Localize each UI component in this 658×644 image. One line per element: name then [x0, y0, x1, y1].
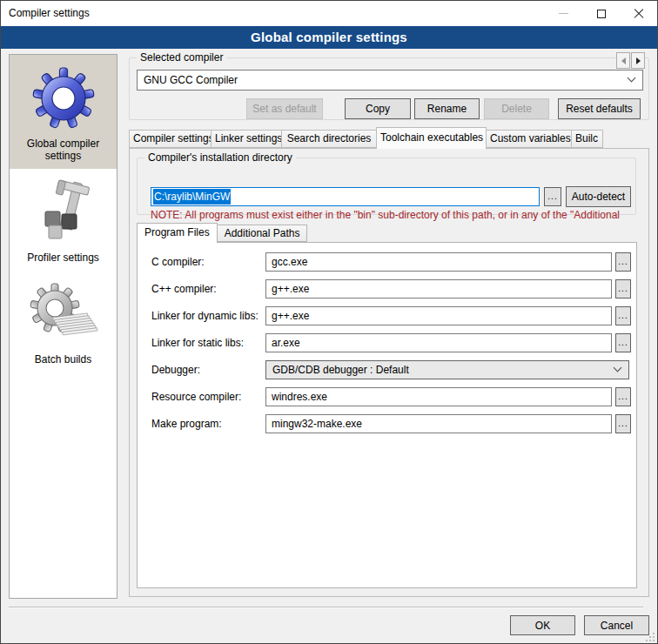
settings-category-list: Global compiler settings Profiler settin…	[9, 54, 118, 599]
linker-dynamic-label: Linker for dynamic libs:	[151, 306, 258, 325]
cpp-compiler-browse-button[interactable]: ...	[615, 279, 631, 299]
cpp-compiler-label: C++ compiler:	[151, 279, 217, 299]
page-title: Global compiler settings	[1, 26, 657, 49]
compiler-settings-dialog: Compiler settings Global compiler settin…	[0, 0, 658, 644]
maximize-icon	[597, 10, 606, 18]
cpp-compiler-input[interactable]	[265, 279, 612, 299]
close-button[interactable]	[620, 1, 657, 26]
tab-scroll-left-button[interactable]	[616, 52, 630, 69]
blue-gear-icon	[28, 63, 99, 134]
field-row-linker-static: Linker for static libs: ...	[138, 333, 636, 352]
title-bar[interactable]: Compiler settings	[1, 1, 657, 26]
sidebar-item-label: Profiler settings	[11, 252, 115, 264]
tab-compiler-settings[interactable]: Compiler settings	[129, 130, 212, 148]
resource-compiler-label: Resource compiler:	[151, 387, 241, 406]
field-row-cpp-compiler: C++ compiler: ...	[138, 279, 636, 299]
sidebar-item-label: Batch builds	[11, 353, 115, 366]
tab-custom-variables[interactable]: Custom variables	[486, 130, 572, 148]
sidebar-item-batch-builds[interactable]: Batch builds	[10, 271, 117, 372]
installation-directory-group-label: Compiler's installation directory	[144, 151, 296, 164]
debugger-dropdown[interactable]: GDB/CDB debugger : Default	[265, 360, 629, 379]
installation-directory-browse-button[interactable]: ...	[544, 187, 561, 206]
c-compiler-label: C compiler:	[151, 252, 205, 272]
selected-compiler-dropdown[interactable]: GNU GCC Compiler	[137, 70, 643, 91]
field-row-resource-compiler: Resource compiler: ...	[138, 387, 636, 406]
arrow-left-icon	[621, 57, 626, 64]
maximize-button[interactable]	[582, 1, 620, 26]
sidebar-item-profiler-settings[interactable]: Profiler settings	[10, 169, 117, 271]
close-icon	[634, 9, 644, 19]
cancel-button[interactable]: Cancel	[584, 615, 649, 635]
footer-divider	[9, 607, 643, 608]
chevron-down-icon	[628, 74, 636, 83]
rename-button[interactable]: Rename	[414, 98, 480, 119]
tab-scroll-right-button[interactable]	[631, 52, 645, 69]
compiler-tabs: Compiler settings Linker settings Search…	[129, 127, 602, 148]
resource-compiler-input[interactable]	[265, 387, 612, 406]
c-compiler-browse-button[interactable]: ...	[615, 252, 631, 272]
linker-dynamic-input[interactable]	[265, 306, 612, 325]
installation-directory-value: C:\raylib\MinGW	[153, 189, 231, 205]
selected-compiler-value: GNU GCC Compiler	[144, 74, 238, 86]
tab-linker-settings[interactable]: Linker settings	[211, 130, 282, 148]
program-files-tabs: Program Files Additional Paths	[137, 222, 306, 242]
linker-static-browse-button[interactable]: ...	[615, 333, 631, 352]
copy-button[interactable]: Copy	[345, 98, 411, 119]
linker-static-input[interactable]	[265, 333, 612, 352]
debugger-value: GDB/CDB debugger : Default	[272, 364, 409, 376]
selected-compiler-group: Selected compiler GNU GCC Compiler Set a…	[129, 57, 649, 120]
reset-defaults-button[interactable]: Reset defaults	[558, 98, 641, 119]
minimize-button[interactable]	[545, 1, 582, 26]
gray-gear-stack-icon	[28, 278, 99, 350]
sidebar-item-global-compiler-settings[interactable]: Global compiler settings	[10, 55, 117, 169]
program-files-page: C compiler: ... C++ compiler: ... Linker…	[137, 242, 637, 588]
ok-button[interactable]: OK	[510, 615, 575, 635]
tab-build-truncated[interactable]: Builc	[571, 130, 603, 148]
field-row-c-compiler: C compiler: ...	[138, 252, 636, 272]
auto-detect-button[interactable]: Auto-detect	[566, 186, 631, 207]
debugger-label: Debugger:	[151, 360, 200, 379]
profiler-caliper-icon	[28, 177, 99, 248]
tab-search-directories[interactable]: Search directories	[281, 130, 377, 148]
window-title: Compiler settings	[9, 7, 90, 19]
linker-dynamic-browse-button[interactable]: ...	[615, 306, 631, 325]
tab-toolchain-executables[interactable]: Toolchain executables	[376, 127, 487, 149]
field-row-linker-dynamic: Linker for dynamic libs: ...	[138, 306, 636, 325]
resource-compiler-browse-button[interactable]: ...	[615, 387, 631, 406]
installation-directory-input[interactable]: C:\raylib\MinGW	[151, 187, 540, 206]
linker-static-label: Linker for static libs:	[151, 333, 244, 352]
minimize-icon	[559, 13, 568, 14]
tab-additional-paths[interactable]: Additional Paths	[217, 225, 308, 242]
arrow-right-icon	[636, 57, 641, 64]
installation-directory-group: Compiler's installation directory C:\ray…	[137, 158, 636, 215]
make-program-browse-button[interactable]: ...	[615, 414, 631, 433]
sidebar-item-label: Global compiler settings	[11, 138, 115, 162]
c-compiler-input[interactable]	[265, 252, 612, 272]
toolchain-executables-page: Compiler's installation directory C:\ray…	[129, 148, 649, 597]
make-program-label: Make program:	[151, 414, 222, 433]
resize-grip[interactable]	[646, 633, 655, 641]
field-row-debugger: Debugger: GDB/CDB debugger : Default	[138, 360, 636, 379]
delete-button[interactable]: Delete	[484, 98, 549, 119]
field-row-make-program: Make program: ...	[138, 414, 636, 433]
tab-program-files[interactable]: Program Files	[137, 223, 218, 243]
make-program-input[interactable]	[265, 414, 612, 433]
installation-directory-note: NOTE: All programs must exist either in …	[151, 209, 634, 221]
chevron-down-icon	[614, 364, 622, 372]
set-as-default-button[interactable]: Set as default	[246, 98, 323, 119]
selected-compiler-group-label: Selected compiler	[137, 51, 226, 64]
